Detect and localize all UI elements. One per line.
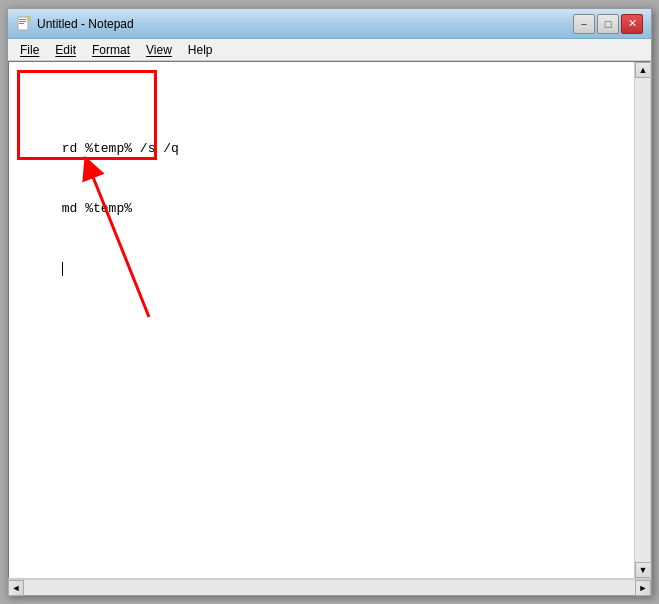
notepad-window: Untitled - Notepad − □ ✕ File Edit Forma… xyxy=(7,8,652,596)
vertical-scrollbar: ▲ ▼ xyxy=(634,62,650,578)
scroll-track-y[interactable] xyxy=(635,78,650,562)
scroll-down-button[interactable]: ▼ xyxy=(635,562,651,578)
menu-format[interactable]: Format xyxy=(84,41,138,59)
window-title: Untitled - Notepad xyxy=(37,17,134,31)
close-button[interactable]: ✕ xyxy=(621,14,643,34)
menu-bar: File Edit Format View Help xyxy=(8,39,651,61)
svg-rect-2 xyxy=(19,21,26,22)
scroll-left-button[interactable]: ◄ xyxy=(8,580,24,596)
scroll-right-button[interactable]: ► xyxy=(635,580,651,596)
menu-edit[interactable]: Edit xyxy=(47,41,84,59)
svg-line-6 xyxy=(89,167,149,317)
annotation-arrow xyxy=(59,152,179,322)
menu-help[interactable]: Help xyxy=(180,41,221,59)
svg-rect-4 xyxy=(27,16,30,20)
editor-line1: rd %temp% /s /q xyxy=(62,141,179,156)
menu-view[interactable]: View xyxy=(138,41,180,59)
scroll-up-button[interactable]: ▲ xyxy=(635,62,651,78)
minimize-button[interactable]: − xyxy=(573,14,595,34)
editor-line3: md %temp% xyxy=(62,201,132,216)
menu-file[interactable]: File xyxy=(12,41,47,59)
svg-rect-1 xyxy=(19,19,26,20)
horizontal-scrollbar: ◄ ► xyxy=(8,579,651,595)
svg-rect-3 xyxy=(19,23,24,24)
window-controls: − □ ✕ xyxy=(573,14,643,34)
editor-container: rd %temp% /s /q md %temp% ▲ ▼ xyxy=(8,61,651,579)
scroll-track-x[interactable] xyxy=(24,580,635,595)
notepad-icon xyxy=(16,16,32,32)
title-bar: Untitled - Notepad − □ ✕ xyxy=(8,9,651,39)
text-cursor xyxy=(62,262,63,276)
editor-textarea[interactable]: rd %temp% /s /q md %temp% xyxy=(9,62,634,578)
title-bar-left: Untitled - Notepad xyxy=(16,16,134,32)
maximize-button[interactable]: □ xyxy=(597,14,619,34)
